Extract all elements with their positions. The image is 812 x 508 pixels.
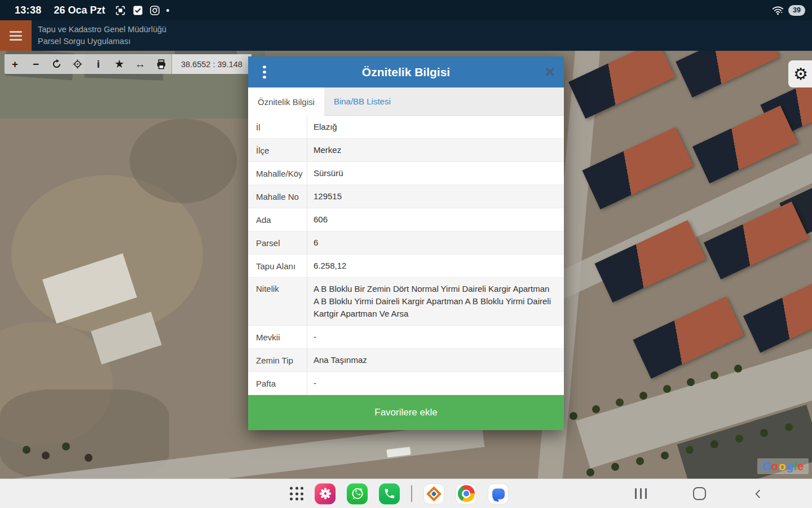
dock-divider	[411, 485, 412, 502]
screen-capture-icon	[114, 5, 126, 16]
map-coordinates: 38.6552 : 39.148	[171, 54, 251, 74]
google-letter: o	[771, 459, 778, 472]
row-label: Zemin Tip	[248, 349, 307, 371]
table-row: Nitelik A B Bloklu Bir Zemin Dört Normal…	[248, 278, 564, 326]
table-row: Ada 606	[248, 208, 564, 231]
row-label: Mahalle/Köy	[248, 162, 307, 185]
row-value: -	[307, 372, 564, 395]
parsel-sorgu-app-icon[interactable]	[423, 483, 444, 504]
refresh-icon	[51, 59, 62, 69]
whatsapp-icon	[350, 487, 365, 501]
row-value: 606	[307, 208, 564, 231]
date: 26 Oca Pzt	[54, 5, 105, 16]
map-trees	[570, 412, 577, 420]
info-button[interactable]: i	[88, 54, 109, 74]
row-value: 129515	[307, 185, 564, 208]
row-label: Tapu Alanı	[248, 255, 307, 277]
phone-icon	[383, 488, 396, 500]
row-value: 6.258,12	[307, 255, 564, 277]
favorites-button[interactable]: ★	[109, 54, 130, 74]
app-header: Tapu ve Kadastro Genel Müdürlüğü Parsel …	[0, 20, 812, 51]
hamburger-menu-button[interactable]	[0, 20, 32, 51]
print-button[interactable]	[151, 54, 171, 74]
hamburger-icon	[10, 31, 22, 33]
measure-button[interactable]: ↔	[130, 54, 151, 74]
close-icon[interactable]: ×	[545, 63, 555, 80]
tab-oznitelik-bilgisi[interactable]: Öznitelik Bilgisi	[248, 87, 324, 116]
back-chevron-icon	[752, 488, 764, 500]
checkbox-icon	[133, 5, 143, 16]
zoom-out-button[interactable]: −	[25, 54, 46, 74]
modal-title: Öznitelik Bilgisi	[248, 65, 564, 79]
crosshair-icon	[72, 59, 83, 69]
map-building	[633, 296, 744, 379]
tab-bina-bb-listesi[interactable]: Bina/BB Listesi	[324, 87, 400, 115]
phone-app-icon[interactable]	[379, 483, 400, 504]
table-row: Parsel 6	[248, 231, 564, 255]
attribute-info-modal: Öznitelik Bilgisi × Öznitelik Bilgisi Bi…	[248, 56, 564, 430]
map-toolbar: + − i ★ ↔ 38.6552 : 39.148	[5, 54, 251, 74]
google-letter: e	[797, 459, 804, 472]
row-value: Merkez	[307, 139, 564, 161]
recents-button[interactable]	[627, 483, 654, 505]
row-label: Pafta	[248, 372, 307, 395]
chrome-app-icon[interactable]	[456, 483, 476, 504]
map-trees	[23, 446, 30, 454]
row-value: Sürsürü	[307, 162, 564, 185]
row-value: 6	[307, 231, 564, 254]
screen: Google + − i ★ ↔ 38.65	[0, 0, 812, 508]
row-label: Parsel	[248, 231, 307, 254]
row-value: -	[307, 326, 564, 348]
notification-dot	[166, 9, 169, 12]
map-trees	[586, 468, 594, 476]
row-value: Ana Taşınmaz	[307, 349, 564, 371]
row-label: İlçe	[248, 139, 307, 161]
row-label: Nitelik	[248, 278, 307, 325]
clock: 13:38	[15, 5, 42, 16]
kebab-menu-icon[interactable]	[261, 63, 268, 81]
chat-bubble-icon	[492, 488, 505, 499]
map-terrain	[130, 119, 237, 203]
app-title: Tapu ve Kadastro Genel Müdürlüğü	[38, 24, 166, 36]
add-to-favorites-button[interactable]: Favorilere ekle	[248, 395, 564, 430]
google-letter: o	[779, 459, 786, 472]
row-label: İl	[248, 116, 307, 138]
table-row: Pafta -	[248, 372, 564, 395]
refresh-button[interactable]	[46, 54, 67, 74]
table-row: Mevkii -	[248, 326, 564, 349]
table-row: Tapu Alanı 6.258,12	[248, 255, 564, 278]
app-subtitle: Parsel Sorgu Uygulaması	[38, 36, 166, 47]
whatsapp-app-icon[interactable]	[347, 483, 368, 504]
map-building	[676, 51, 779, 98]
battery-indicator: 39	[788, 5, 805, 16]
row-label: Mahalle No	[248, 185, 307, 208]
row-label: Ada	[248, 208, 307, 231]
recents-icon	[635, 488, 647, 499]
status-bar: 13:38 26 Oca Pzt 39	[0, 0, 812, 20]
row-value: A B Bloklu Bir Zemin Dört Normal Yirmi D…	[307, 278, 564, 325]
table-row: Zemin Tip Ana Taşınmaz	[248, 349, 564, 372]
map-building	[743, 275, 812, 353]
row-label: Mevkii	[248, 326, 307, 348]
home-icon	[693, 487, 706, 500]
google-letter: G	[762, 459, 771, 472]
table-row: Mahalle/Köy Sürsürü	[248, 162, 564, 185]
messages-app-icon[interactable]	[488, 483, 509, 504]
gear-icon: ⚙	[793, 66, 808, 82]
locate-button[interactable]	[67, 54, 88, 74]
back-button[interactable]	[744, 483, 771, 505]
table-row: İl Elazığ	[248, 116, 564, 139]
home-button[interactable]	[686, 483, 713, 505]
google-letter: g	[786, 459, 793, 472]
printer-icon	[156, 59, 167, 70]
flower-icon	[319, 487, 332, 501]
map-building	[582, 127, 693, 209]
table-row: Mahalle No 129515	[248, 185, 564, 208]
zoom-in-button[interactable]: +	[5, 54, 25, 74]
gallery-app-icon[interactable]	[315, 483, 336, 504]
settings-button[interactable]: ⚙	[788, 60, 812, 87]
attribute-table: İl Elazığ İlçe Merkez Mahalle/Köy Sürsür…	[248, 116, 564, 395]
app-drawer-icon[interactable]	[290, 487, 303, 501]
table-row: İlçe Merkez	[248, 139, 564, 162]
modal-header: Öznitelik Bilgisi ×	[248, 56, 564, 87]
